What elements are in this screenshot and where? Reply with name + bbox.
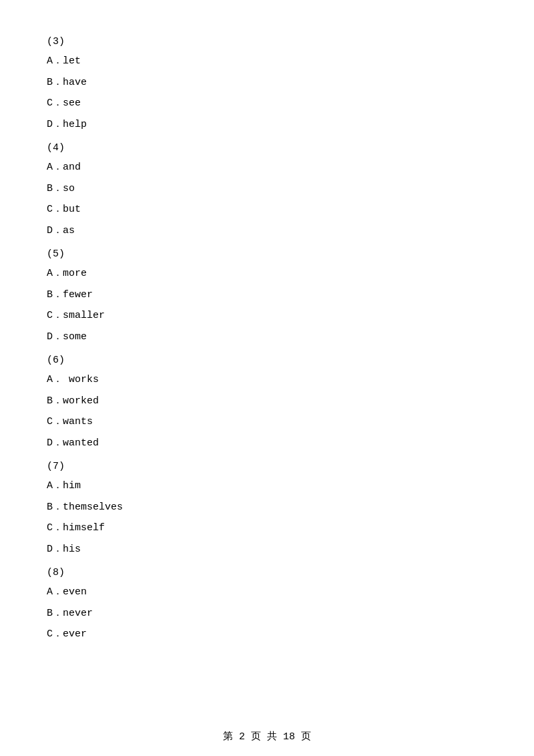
option-q3a: A．let [47,53,487,70]
option-q8c: C．ever [47,626,487,643]
option-q4b: B．so [47,180,487,198]
footer-text: 第 2 页 共 18 页 [223,731,311,743]
option-q4a: A．and [47,159,487,176]
question-number-q8: (8) [47,567,487,578]
option-q4d: D．as [47,222,487,240]
option-q5d: D．some [47,329,487,346]
page-content: (3)A．letB．haveC．seeD．help(4)A．andB．soC．b… [0,0,534,687]
option-q5b: B．fewer [47,287,487,304]
option-q7d: D．his [47,541,487,558]
option-q3d: D．help [47,116,487,134]
option-q7c: C．himself [47,520,487,537]
question-number-q6: (6) [47,355,487,366]
question-number-q5: (5) [47,248,487,260]
option-q4c: C．but [47,201,487,218]
option-q8b: B．never [47,605,487,622]
question-number-q4: (4) [47,142,487,154]
option-q8a: A．even [47,584,487,601]
option-q6a: A． works [47,371,487,389]
option-q5c: C．smaller [47,307,487,325]
question-number-q3: (3) [47,36,487,47]
option-q6b: B．worked [47,393,487,410]
question-number-q7: (7) [47,461,487,472]
option-q5a: A．more [47,265,487,282]
option-q7b: B．themselves [47,499,487,516]
option-q3c: C．see [47,95,487,112]
option-q7a: A．him [47,478,487,495]
option-q6d: D．wanted [47,435,487,452]
option-q6c: C．wants [47,413,487,431]
page-footer: 第 2 页 共 18 页 [0,730,534,743]
option-q3b: B．have [47,74,487,91]
